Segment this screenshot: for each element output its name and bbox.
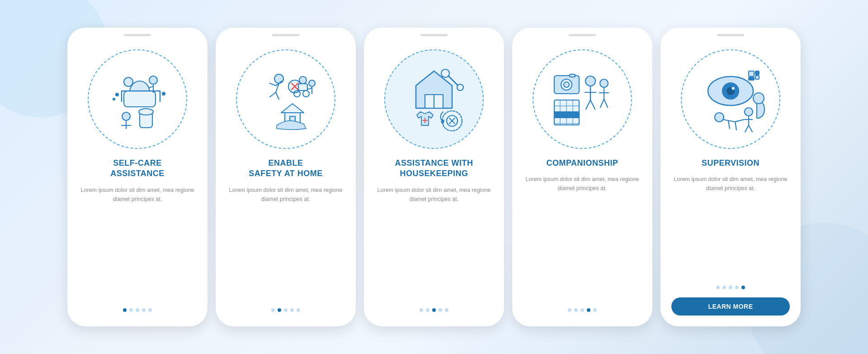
svg-point-88 <box>753 93 764 104</box>
card-title-housekeeping: ASSISTANCE WITHHOUSEKEEPING <box>395 158 473 179</box>
dot-3 <box>284 308 288 312</box>
card-title-companionship: COMPANIONSHIP <box>546 158 618 168</box>
dot-5 <box>148 308 152 312</box>
svg-point-42 <box>457 84 463 91</box>
card-title-supervision: SUPERVISION <box>702 158 760 168</box>
svg-point-9 <box>122 112 130 120</box>
svg-line-98 <box>749 125 752 132</box>
dot-4 <box>142 308 146 312</box>
dot-1 <box>568 308 571 312</box>
card-enable-safety: ENABLESAFETY AT HOME Lorem ipsum dolor s… <box>216 28 356 326</box>
dot-4 <box>735 286 739 289</box>
svg-point-41 <box>441 69 449 77</box>
card-body-housekeeping: Lorem ipsum dolor sit dim amet, mea regi… <box>375 186 493 302</box>
svg-rect-87 <box>749 77 754 80</box>
card-body-self-care: Lorem ipsum dolor sit dim amet, mea regi… <box>78 186 197 302</box>
dot-3 <box>580 308 584 312</box>
card-body-companionship: Lorem ipsum dolor sit dim amet, mea regi… <box>523 175 642 302</box>
dot-4 <box>439 308 442 312</box>
svg-point-31 <box>309 80 315 86</box>
svg-text:D: D <box>574 113 577 118</box>
svg-point-6 <box>149 76 157 84</box>
svg-rect-2 <box>124 91 156 107</box>
svg-point-1 <box>124 77 133 86</box>
svg-line-97 <box>745 125 749 132</box>
dot-1 <box>123 308 127 312</box>
dot-2 <box>722 286 726 289</box>
svg-rect-84 <box>749 71 754 77</box>
svg-point-71 <box>600 79 608 87</box>
svg-point-66 <box>585 76 595 86</box>
dots-housekeeping <box>420 308 448 312</box>
svg-line-21 <box>270 83 276 86</box>
svg-point-14 <box>116 93 118 96</box>
svg-text:R: R <box>567 113 571 118</box>
dots-supervision <box>716 286 745 289</box>
dot-4 <box>290 308 294 312</box>
svg-line-70 <box>590 100 595 109</box>
svg-line-19 <box>270 92 276 97</box>
svg-line-69 <box>586 100 590 109</box>
dot-1 <box>420 308 423 312</box>
dot-2 <box>278 308 281 312</box>
svg-rect-27 <box>298 84 307 91</box>
dots-self-care <box>123 308 152 312</box>
svg-rect-86 <box>755 76 759 79</box>
dot-5 <box>593 308 597 312</box>
dot-1 <box>716 286 720 289</box>
dot-2 <box>426 308 429 312</box>
illustration-self-care <box>88 49 187 149</box>
svg-line-75 <box>604 99 608 107</box>
svg-rect-85 <box>755 71 759 75</box>
dot-2 <box>129 308 133 312</box>
svg-point-16 <box>162 92 165 95</box>
illustration-safety <box>236 49 335 149</box>
svg-line-93 <box>735 122 736 130</box>
card-body-supervision: Lorem ipsum dolor sit dim amet, mea regi… <box>671 175 790 279</box>
card-body-safety: Lorem ipsum dolor sit dim amet, mea regi… <box>226 186 345 302</box>
dot-2 <box>574 308 578 312</box>
card-title-safety: ENABLESAFETY AT HOME <box>249 158 323 179</box>
dot-1 <box>271 308 275 312</box>
illustration-supervision <box>681 49 780 149</box>
learn-more-button[interactable]: LEARN MORE <box>671 297 790 316</box>
svg-line-33 <box>308 88 312 89</box>
svg-point-83 <box>731 86 735 90</box>
svg-point-52 <box>564 82 569 87</box>
dot-4 <box>587 308 590 312</box>
svg-text:O: O <box>561 113 565 118</box>
svg-point-17 <box>274 74 283 83</box>
svg-text:W: W <box>555 113 560 118</box>
svg-line-74 <box>600 99 604 107</box>
dot-3 <box>432 308 436 312</box>
card-supervision: SUPERVISION Lorem ipsum dolor sit dim am… <box>660 28 801 326</box>
svg-line-8 <box>149 86 153 88</box>
dot-5 <box>297 308 300 312</box>
svg-line-91 <box>735 120 744 122</box>
dots-safety <box>271 308 300 312</box>
dot-5 <box>741 286 745 289</box>
cards-container: SELF-CAREASSISTANCE Lorem ipsum dolor si… <box>54 14 814 340</box>
dots-companionship <box>568 308 597 312</box>
dot-3 <box>136 308 139 312</box>
svg-point-29 <box>303 91 309 97</box>
card-housekeeping: ASSISTANCE WITHHOUSEKEEPING Lorem ipsum … <box>364 28 504 326</box>
card-self-care: SELF-CAREASSISTANCE Lorem ipsum dolor si… <box>67 28 208 326</box>
dot-5 <box>445 308 448 312</box>
svg-point-15 <box>113 98 115 100</box>
svg-line-92 <box>728 121 730 129</box>
svg-marker-34 <box>281 104 304 113</box>
svg-point-94 <box>745 108 753 116</box>
card-title-self-care: SELF-CAREASSISTANCE <box>110 158 165 179</box>
svg-point-89 <box>715 113 724 122</box>
svg-rect-53 <box>570 74 575 77</box>
svg-line-90 <box>723 120 735 122</box>
card-companionship: W O R D COMPANIONSHIP Lorem ipsum dolor … <box>512 28 652 326</box>
illustration-housekeeping <box>384 49 484 149</box>
dot-3 <box>729 286 732 289</box>
svg-line-20 <box>276 92 279 99</box>
svg-point-13 <box>139 109 153 115</box>
illustration-companionship: W O R D <box>533 49 632 149</box>
svg-point-26 <box>299 77 307 84</box>
